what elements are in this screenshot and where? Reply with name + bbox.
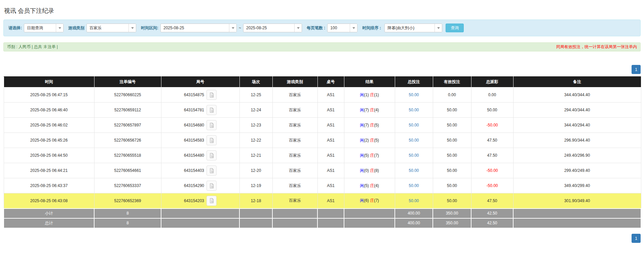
footer-total-bet-cell: 400.00 bbox=[395, 218, 433, 228]
page-size-select[interactable]: 100 bbox=[327, 24, 357, 32]
player-result-count: (0) bbox=[364, 168, 369, 173]
game-type-cell: 百家乐 bbox=[272, 178, 317, 193]
chevron-down-icon[interactable] bbox=[229, 24, 236, 32]
time-cell: 2025-08-25 06:47:15 bbox=[4, 87, 94, 103]
footer-valid-bet-cell: 350.00 bbox=[433, 209, 471, 218]
total-bet-link[interactable]: 50.00 bbox=[409, 183, 419, 188]
round-number: 643154480 bbox=[184, 153, 204, 158]
result-cell: 闲(2) 庄(5) bbox=[344, 133, 395, 148]
player-result-count: (1) bbox=[364, 92, 369, 97]
chevron-down-icon[interactable] bbox=[128, 24, 136, 32]
time-cell: 2025-08-25 06:43:08 bbox=[4, 193, 94, 209]
footer-empty-cell bbox=[239, 209, 272, 218]
video-replay-button[interactable] bbox=[206, 196, 217, 206]
table-header-row: 时间注单编号局号场次游戏类别桌号结果总投注有效投注总派彩备注 bbox=[4, 77, 641, 87]
query-type-select[interactable]: 日期查询 bbox=[24, 24, 64, 32]
table-number-cell: AS1 bbox=[317, 148, 344, 163]
pagination-top: 1 bbox=[3, 65, 641, 74]
round-number: 643154875 bbox=[184, 92, 204, 97]
bet-number-cell: 522760660225 bbox=[94, 87, 161, 103]
player-result-label: 闲 bbox=[360, 168, 364, 173]
game-type-cell: 百家乐 bbox=[272, 118, 317, 133]
time-cell: 2025-08-25 06:46:02 bbox=[4, 118, 94, 133]
video-replay-button[interactable] bbox=[206, 90, 217, 100]
player-result-label: 闲 bbox=[360, 108, 364, 112]
session-cell: 12-21 bbox=[239, 148, 272, 163]
table-row: 2025-08-25 06:46:40522760659112643154781… bbox=[4, 103, 641, 118]
grand-total-row: 总计8400.00350.0042.50 bbox=[4, 218, 641, 228]
video-replay-button[interactable] bbox=[206, 181, 217, 191]
payout-cell: 47.50 bbox=[471, 193, 513, 209]
bet-number-cell: 522760657897 bbox=[94, 118, 161, 133]
result-cell: 闲(7) 庄(4) bbox=[344, 103, 395, 118]
betting-table-body: 2025-08-25 06:47:15522760660225643154875… bbox=[4, 87, 641, 209]
total-bet-link[interactable]: 50.00 bbox=[409, 153, 419, 158]
date-to-value: 2025-08-25 bbox=[243, 24, 294, 32]
bet-number-cell: 522760654661 bbox=[94, 163, 161, 178]
date-to-select[interactable]: 2025-08-25 bbox=[243, 24, 302, 32]
session-cell: 12-20 bbox=[239, 163, 272, 178]
session-cell: 12-25 bbox=[239, 87, 272, 103]
time-sort-select[interactable]: 降幂(由大到小) bbox=[384, 24, 442, 32]
chevron-down-icon[interactable] bbox=[350, 24, 357, 32]
total-bet-link[interactable]: 50.00 bbox=[409, 123, 419, 127]
page-1-button[interactable]: 1 bbox=[632, 234, 641, 243]
time-sort-filter-label: 时间排序： bbox=[362, 25, 382, 31]
game-type-select[interactable]: 百家乐 bbox=[86, 24, 136, 32]
chevron-down-icon[interactable] bbox=[294, 24, 302, 32]
round-number: 643154203 bbox=[184, 198, 204, 203]
total-bet-link[interactable]: 50.00 bbox=[409, 92, 419, 97]
total-bet-cell: 50.00 bbox=[395, 103, 433, 118]
round-cell: 643154290 bbox=[161, 178, 239, 193]
valid-bet-cell: 0.00 bbox=[433, 87, 471, 103]
video-replay-button[interactable] bbox=[206, 135, 217, 145]
page-1-button[interactable]: 1 bbox=[632, 65, 641, 74]
video-replay-button[interactable] bbox=[206, 120, 217, 130]
footer-empty-cell bbox=[317, 209, 344, 218]
round-cell: 643154781 bbox=[161, 103, 239, 118]
player-result-label: 闲 bbox=[360, 183, 364, 188]
bet-number-cell: 522760656726 bbox=[94, 133, 161, 148]
video-replay-button[interactable] bbox=[206, 165, 217, 176]
payout-cell: -50.00 bbox=[471, 163, 513, 178]
column-header-8: 总投注 bbox=[395, 77, 433, 87]
video-replay-icon bbox=[209, 138, 215, 143]
round-cell: 643154583 bbox=[161, 133, 239, 148]
banker-result-label: 庄 bbox=[370, 123, 374, 127]
game-type-filter-label: 游戏类别 bbox=[68, 25, 84, 31]
column-header-6: 桌号 bbox=[317, 77, 344, 87]
round-number: 643154290 bbox=[184, 183, 204, 188]
player-result-label: 闲 bbox=[360, 123, 364, 127]
chevron-down-icon[interactable] bbox=[56, 24, 63, 32]
pagination-bottom: 1 bbox=[3, 234, 641, 243]
note-cell: 249.40/296.90 bbox=[513, 148, 641, 163]
footer-empty-cell bbox=[161, 218, 239, 228]
column-header-7: 结果 bbox=[344, 77, 395, 87]
footer-note-cell bbox=[513, 209, 641, 218]
total-bet-link[interactable]: 50.00 bbox=[409, 198, 419, 203]
payout-cell: 47.50 bbox=[471, 148, 513, 163]
page-title: 视讯 会员下注纪录 bbox=[4, 7, 641, 15]
result-cell: 闲(1) 庄(1) bbox=[344, 87, 395, 103]
banker-result-label: 庄 bbox=[370, 153, 374, 158]
query-button[interactable]: 查询 bbox=[446, 24, 464, 32]
chevron-down-icon[interactable] bbox=[434, 24, 442, 32]
valid-bet-cell: 50.00 bbox=[433, 178, 471, 193]
video-replay-button[interactable] bbox=[206, 105, 217, 115]
total-bet-link[interactable]: 50.00 bbox=[409, 168, 419, 173]
banker-result-count: (4) bbox=[374, 108, 379, 112]
page-container: 视讯 会员下注纪录 请选择: 日期查询 游戏类别 百家乐 时间区间: 2025-… bbox=[0, 7, 644, 243]
betting-records-table: 时间注单编号局号场次游戏类别桌号结果总投注有效投注总派彩备注 2025-08-2… bbox=[3, 76, 641, 228]
total-bet-cell: 50.00 bbox=[395, 163, 433, 178]
payout-cell: 0.00 bbox=[471, 87, 513, 103]
note-cell: 349.40/299.40 bbox=[513, 178, 641, 193]
column-header-1: 时间 bbox=[4, 77, 94, 87]
game-type-cell: 百家乐 bbox=[272, 133, 317, 148]
total-bet-link[interactable]: 50.00 bbox=[409, 138, 419, 143]
video-replay-button[interactable] bbox=[206, 150, 217, 160]
column-header-9: 有效投注 bbox=[433, 77, 471, 87]
date-from-select[interactable]: 2025-08-25 bbox=[160, 24, 237, 32]
video-replay-icon bbox=[209, 183, 215, 189]
table-number-cell: AS1 bbox=[317, 178, 344, 193]
total-bet-link[interactable]: 50.00 bbox=[409, 108, 419, 112]
